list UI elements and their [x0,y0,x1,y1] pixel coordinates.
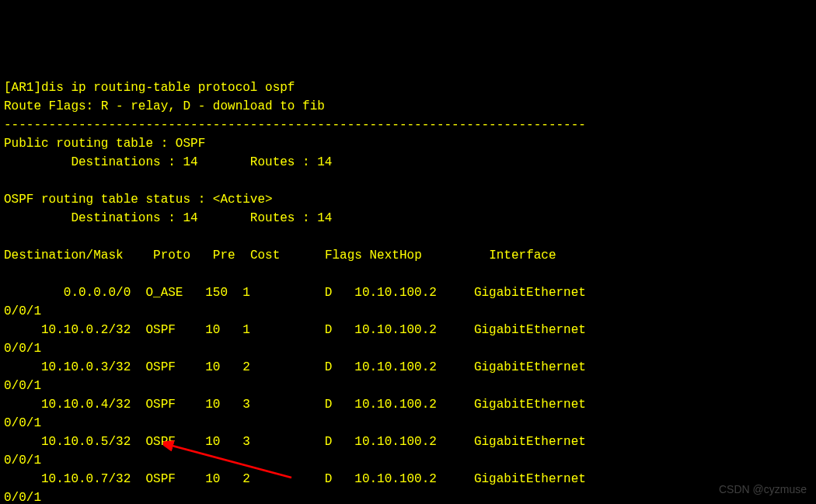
terminal-output: [AR1]dis ip routing-table protocol ospf … [4,78,812,504]
header-cost: Cost [250,249,280,262]
status-header: OSPF routing table status : <Active> [4,193,273,207]
header-nexthop: NextHop [370,249,422,262]
header-pre: Pre [213,249,235,262]
command: dis ip routing-table protocol ospf [41,81,295,95]
header-interface: Interface [489,249,556,262]
prompt: [AR1] [4,81,41,95]
header-dest: Destination/Mask [4,249,124,262]
routes-list: 0.0.0.0/0 O_ASE 150 1 D 10.10.100.2 Giga… [4,286,586,504]
header-flags: Flags [325,249,362,262]
public-table-title: Public routing table : OSPF [4,137,205,151]
status-dest-count: Destinations : 14 Routes : 14 [4,211,332,225]
watermark: CSDN @cyzmuse [719,481,807,498]
header-proto: Proto [153,249,190,262]
public-dest-count: Destinations : 14 Routes : 14 [4,155,332,169]
route-flags: Route Flags: R - relay, D - download to … [4,99,325,113]
separator: ----------------------------------------… [4,118,586,132]
